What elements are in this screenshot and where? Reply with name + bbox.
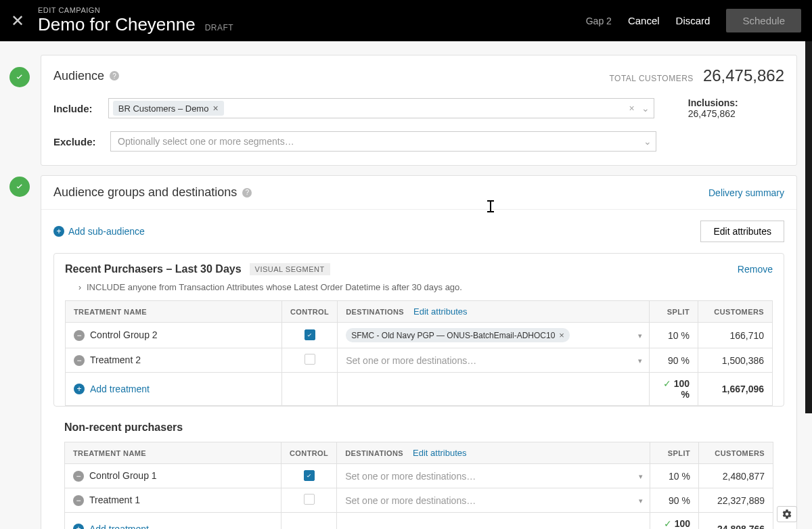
control-checkbox[interactable] [304, 354, 315, 365]
add-treatment-button[interactable]: + Add treatment [74, 384, 273, 394]
split-value[interactable]: 90 % [650, 488, 699, 513]
plus-icon: + [53, 226, 64, 237]
destination-select[interactable]: Set one or more destinations… ▾ [337, 488, 650, 513]
close-icon[interactable]: ✕ [11, 13, 24, 29]
treatment-name: Treatment 1 [89, 495, 140, 505]
chevron-down-icon[interactable]: ▾ [638, 331, 642, 340]
audience-panel: Audience ? TOTAL CUSTOMERS 26,475,862 In… [41, 55, 797, 166]
chevron-down-icon[interactable]: ▾ [639, 472, 643, 480]
help-icon[interactable]: ? [110, 71, 119, 80]
visual-segment-badge: VISUAL SEGMENT [250, 263, 330, 275]
exclude-select[interactable]: Optionally select one or more segments… … [110, 131, 656, 152]
sub-audience-title: Recent Purchasers – Last 30 Days VISUAL … [65, 263, 330, 275]
col-control: CONTROL [281, 442, 337, 464]
remove-row-icon[interactable]: − [74, 355, 85, 366]
check-icon: ✓ [663, 378, 671, 389]
col-treatment-name: TREATMENT NAME [65, 442, 281, 464]
chevron-down-icon[interactable]: ▾ [639, 496, 643, 505]
col-destinations: DESTINATIONS Edit attributes [337, 442, 650, 464]
edit-attributes-link[interactable]: Edit attributes [413, 306, 468, 317]
customers-value: 166,710 [698, 323, 773, 348]
check-icon: ✓ [664, 518, 672, 529]
customers-value: 1,500,386 [698, 348, 773, 373]
add-sub-audience-button[interactable]: + Add sub-audience [53, 226, 145, 237]
remove-chip-icon[interactable]: × [559, 330, 564, 340]
remove-link[interactable]: Remove [738, 264, 773, 275]
col-customers: CUSTOMERS [698, 301, 773, 323]
plus-icon: + [74, 384, 85, 394]
cancel-button[interactable]: Cancel [628, 15, 660, 26]
col-destinations: DESTINATIONS Edit attributes [338, 301, 650, 323]
destination-select[interactable]: Set one or more destinations… ▾ [337, 464, 650, 488]
control-checkbox[interactable] [304, 329, 315, 340]
title-block: EDIT CAMPAIGN Demo for Cheyenne DRAFT [38, 6, 586, 35]
treatment-name: Control Group 1 [89, 470, 157, 481]
add-treatment-button[interactable]: + Add treatment [73, 524, 273, 529]
customers-value: 22,327,889 [699, 488, 773, 513]
clear-icon[interactable]: × [629, 103, 635, 114]
control-checkbox[interactable] [304, 494, 315, 505]
settings-button[interactable] [777, 506, 797, 522]
table-row: −Control Group 2 SFMC - Old Navy PGP — O… [66, 323, 773, 348]
right-edge [805, 41, 812, 413]
gear-icon [782, 509, 792, 520]
table-total-row: + Add treatment ✓100 % 24,808,766 [65, 513, 773, 530]
edit-attributes-button[interactable]: Edit attributes [700, 221, 784, 242]
col-treatment-name: TREATMENT NAME [66, 301, 282, 323]
eyebrow: EDIT CAMPAIGN [38, 6, 586, 14]
campaign-title: Demo for Cheyenne [38, 14, 196, 35]
audience-title: Audience ? [53, 69, 119, 83]
remove-row-icon[interactable]: − [73, 471, 84, 482]
status-badge: DRAFT [205, 23, 234, 32]
inclusions-count: Inclusions: 26,475,862 [688, 97, 784, 119]
check-icon [9, 177, 30, 197]
step-rail [0, 41, 31, 529]
table-row: −Control Group 1 Set one or more destina… [65, 464, 773, 488]
sub-audience-title: Non-recent purchasers [64, 421, 773, 434]
chevron-down-icon[interactable]: ⌄ [641, 103, 650, 114]
split-value[interactable]: 10 % [650, 464, 699, 488]
treatment-name: Control Group 2 [90, 329, 158, 340]
include-select[interactable]: BR Customers – Demo × × ⌄ [108, 98, 654, 118]
split-value[interactable]: 10 % [650, 323, 698, 348]
destination-select[interactable]: Set one or more destinations… ▾ [338, 348, 650, 373]
destination-select[interactable]: SFMC - Old Navy PGP — ONUS-BatchEmail-AD… [338, 323, 650, 348]
remove-chip-icon[interactable]: × [212, 103, 218, 114]
segment-chip: BR Customers – Demo × [113, 101, 224, 116]
sub-audience-card: Non-recent purchasers TREATMENT NAME CON… [53, 421, 784, 529]
chevron-down-icon[interactable]: ▾ [638, 356, 642, 365]
remove-row-icon[interactable]: − [74, 330, 85, 341]
groups-title: Audience groups and destinations ? [53, 185, 252, 200]
groups-panel: Audience groups and destinations ? Deliv… [41, 175, 797, 529]
col-customers: CUSTOMERS [699, 442, 773, 464]
table-row: −Treatment 2 Set one or more destination… [66, 348, 773, 373]
main-content: Audience ? TOTAL CUSTOMERS 26,475,862 In… [31, 41, 804, 529]
table-row: −Treatment 1 Set one or more destination… [65, 488, 773, 513]
treatment-table: TREATMENT NAME CONTROL DESTINATIONS Edit… [65, 300, 773, 406]
schedule-button[interactable]: Schedule [726, 9, 801, 32]
org-label[interactable]: Gap 2 [586, 16, 612, 26]
chevron-down-icon[interactable]: ⌄ [644, 136, 652, 147]
discard-button[interactable]: Discard [676, 15, 710, 26]
col-split: SPLIT [650, 442, 699, 464]
col-control: CONTROL [282, 301, 338, 323]
plus-icon: + [73, 524, 84, 529]
delivery-summary-link[interactable]: Delivery summary [708, 187, 784, 198]
total-customers: TOTAL CUSTOMERS 26,475,862 [609, 66, 784, 85]
customers-value: 2,480,877 [699, 464, 773, 488]
help-icon[interactable]: ? [242, 188, 252, 198]
col-split: SPLIT [650, 301, 698, 323]
exclude-label: Exclude: [53, 136, 110, 147]
include-label: Include: [53, 103, 108, 114]
check-icon [9, 67, 30, 87]
include-rule-line[interactable]: › INCLUDE anyone from Transaction Attrib… [65, 275, 773, 300]
treatment-name: Treatment 2 [90, 354, 141, 365]
control-checkbox[interactable] [304, 470, 315, 481]
edit-attributes-link[interactable]: Edit attributes [413, 448, 467, 458]
split-value[interactable]: 90 % [650, 348, 698, 373]
remove-row-icon[interactable]: − [73, 495, 84, 506]
topbar-actions: Gap 2 Cancel Discard Schedule [586, 9, 801, 32]
chevron-right-icon: › [78, 283, 81, 292]
table-total-row: + Add treatment ✓100 % 1,667,096 [66, 373, 773, 406]
treatment-table: TREATMENT NAME CONTROL DESTINATIONS Edit… [64, 442, 773, 529]
